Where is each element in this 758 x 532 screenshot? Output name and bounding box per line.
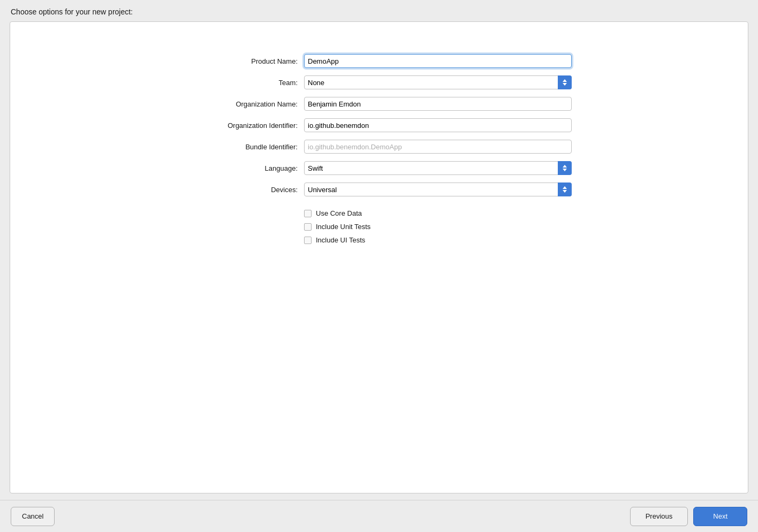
form-container: Product Name: Team: None Add an Account.… (10, 54, 748, 244)
next-button[interactable]: Next (693, 507, 747, 526)
language-select[interactable]: Swift Objective-C (304, 161, 572, 175)
devices-select[interactable]: Universal iPhone iPad (304, 183, 572, 196)
include-ui-tests-label: Include UI Tests (316, 236, 365, 244)
bundle-identifier-row: Bundle Identifier: (186, 140, 572, 154)
team-label: Team: (186, 79, 304, 87)
product-name-input[interactable] (304, 54, 572, 68)
include-unit-tests-item[interactable]: Include Unit Tests (304, 223, 572, 231)
organization-identifier-label: Organization Identifier: (186, 121, 304, 130)
organization-identifier-input[interactable] (304, 118, 572, 132)
use-core-data-checkbox[interactable] (304, 210, 312, 217)
include-unit-tests-label: Include Unit Tests (316, 223, 370, 231)
cancel-button[interactable]: Cancel (11, 507, 55, 526)
include-unit-tests-checkbox[interactable] (304, 223, 312, 231)
bundle-identifier-label: Bundle Identifier: (186, 143, 304, 151)
use-core-data-item[interactable]: Use Core Data (304, 209, 572, 217)
checkboxes-container: Use Core Data Include Unit Tests Include… (186, 209, 572, 244)
organization-name-label: Organization Name: (186, 100, 304, 108)
organization-name-row: Organization Name: (186, 97, 572, 111)
include-ui-tests-item[interactable]: Include UI Tests (304, 236, 572, 244)
product-name-label: Product Name: (186, 57, 304, 65)
team-select[interactable]: None Add an Account... (304, 75, 572, 89)
devices-select-wrapper: Universal iPhone iPad (304, 183, 572, 196)
organization-identifier-row: Organization Identifier: (186, 118, 572, 132)
product-name-row: Product Name: (186, 54, 572, 68)
team-select-wrapper: None Add an Account... (304, 75, 572, 89)
devices-row: Devices: Universal iPhone iPad (186, 183, 572, 196)
include-ui-tests-checkbox[interactable] (304, 237, 312, 244)
language-label: Language: (186, 164, 304, 172)
page-title: Choose options for your new project: (0, 0, 758, 21)
devices-label: Devices: (186, 186, 304, 194)
bundle-identifier-input (304, 140, 572, 154)
content-area: Product Name: Team: None Add an Account.… (10, 21, 748, 493)
language-select-wrapper: Swift Objective-C (304, 161, 572, 175)
use-core-data-label: Use Core Data (316, 209, 362, 217)
previous-button[interactable]: Previous (630, 507, 688, 526)
language-row: Language: Swift Objective-C (186, 161, 572, 175)
organization-name-input[interactable] (304, 97, 572, 111)
team-row: Team: None Add an Account... (186, 75, 572, 89)
bottom-bar: Cancel Previous Next (0, 500, 758, 532)
